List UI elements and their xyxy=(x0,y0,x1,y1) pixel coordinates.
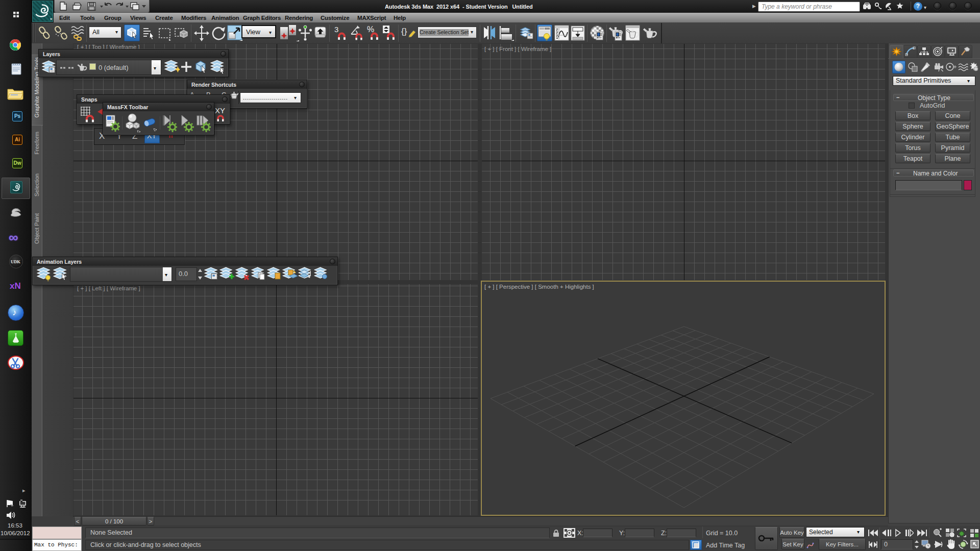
svg-text:XY: XY xyxy=(215,106,225,115)
svg-text:{}: {} xyxy=(401,27,407,36)
svg-text:3: 3 xyxy=(334,25,338,34)
svg-text:%: % xyxy=(367,25,374,34)
